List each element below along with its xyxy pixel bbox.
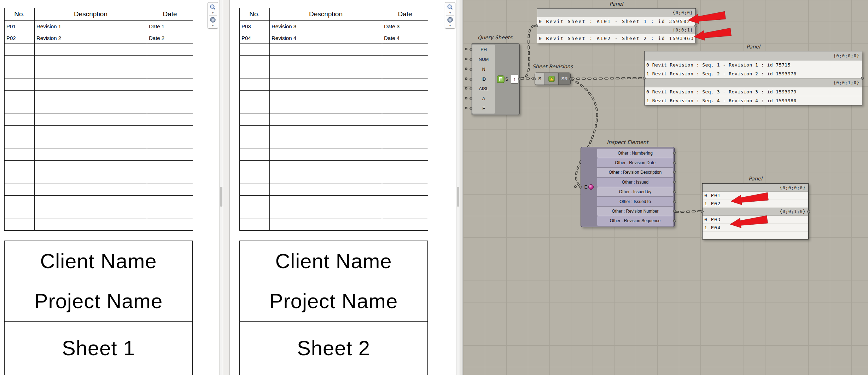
gh-panel-revision-numbers[interactable]: {0;0;0;0}0 P011 P02{0;0;1;0}0 P031 P04 — [702, 183, 809, 240]
output-param-label: Other : Revision Number — [612, 209, 658, 214]
input-param-element[interactable]: E — [581, 147, 597, 227]
input-param-label: NUM — [479, 57, 489, 62]
application-window: No.DescriptionDateP01Revision 1Date 1P02… — [0, 0, 868, 375]
gh-panel-sheets[interactable]: {0;0;0}0 Revit Sheet : A101 - Sheet 1 : … — [537, 8, 696, 43]
empty-table-row — [240, 207, 428, 219]
panel-label: Panel — [537, 1, 696, 7]
input-nub[interactable] — [470, 68, 472, 71]
wire-query-to-panel[interactable] — [521, 25, 536, 79]
component-label: Sheet Revisions — [526, 64, 579, 69]
empty-table-row — [240, 196, 428, 207]
output-param-other-revision-sequence[interactable]: Other : Revision Sequence — [597, 216, 673, 225]
table-cell — [147, 161, 193, 172]
output-param-other-revision-number[interactable]: Other : Revision Number — [597, 207, 673, 216]
window-splitter[interactable] — [223, 0, 230, 375]
table-cell — [5, 114, 35, 126]
output-nub[interactable] — [673, 190, 676, 193]
panel-output-nub[interactable] — [807, 210, 810, 213]
grasshopper-canvas[interactable]: Query Sheets Sheet Revisions Inspect Ele… — [463, 0, 868, 375]
scrollbar-thumb[interactable] — [220, 187, 222, 207]
output-nub[interactable] — [569, 77, 572, 80]
output-params-column: Other : NumberingOther : Revision DateOt… — [597, 148, 673, 226]
table-cell — [147, 114, 193, 126]
input-param-id[interactable]: ID — [472, 74, 495, 84]
output-param-other-numbering[interactable]: Other : Numbering — [597, 149, 673, 158]
input-nub[interactable] — [470, 87, 472, 90]
input-nub[interactable] — [470, 78, 472, 81]
output-param-label: Other : Revision Sequence — [610, 218, 660, 223]
table-cell — [35, 161, 147, 172]
sheet-revisions-component[interactable]: S SR — [535, 73, 571, 85]
window-splitter[interactable] — [460, 0, 463, 375]
output-param-other-revision-description[interactable]: Other : Revision Description — [597, 168, 673, 177]
output-param-sheet-revisions[interactable]: SR — [558, 73, 570, 85]
scrollbar-thumb[interactable] — [457, 187, 459, 207]
input-param-f[interactable]: F — [472, 104, 495, 114]
table-cell: Date 1 — [147, 21, 193, 32]
panel-input-nub[interactable] — [701, 210, 704, 213]
input-nub[interactable] — [470, 48, 472, 51]
input-param-n[interactable]: N — [472, 64, 495, 74]
output-param-other-issued-by[interactable]: Other : Issued by — [597, 187, 673, 196]
output-nub[interactable] — [673, 210, 676, 213]
wire-inspect-to-panel[interactable] — [676, 211, 701, 212]
empty-table-row — [240, 219, 428, 231]
input-nub[interactable] — [470, 58, 472, 61]
empty-table-row — [240, 137, 428, 149]
zoom-dropdown-caret[interactable]: ▾ — [209, 11, 217, 15]
zoom-button[interactable] — [209, 3, 217, 11]
wheel-dropdown-caret[interactable]: ▾ — [446, 24, 454, 28]
zoom-button[interactable] — [446, 3, 454, 11]
empty-table-row — [240, 149, 428, 161]
panel-output-nub[interactable] — [694, 24, 697, 27]
input-param-ph[interactable]: PH — [472, 45, 495, 54]
empty-table-row — [5, 172, 193, 184]
input-param-a[interactable]: A — [472, 94, 495, 104]
zoom-dropdown-caret[interactable]: ▾ — [446, 11, 454, 15]
output-param-other-issued[interactable]: Other : Issued — [597, 178, 673, 187]
revit-viewport-sheet-2[interactable]: No.DescriptionDateP03Revision 3Date 3P04… — [230, 0, 460, 375]
table-cell — [35, 67, 147, 79]
table-cell — [147, 149, 193, 161]
wire-hook-icon — [465, 48, 467, 50]
output-nub[interactable] — [673, 219, 676, 222]
output-param-sheets[interactable]: S — [505, 44, 508, 115]
table-cell: Revision 4 — [270, 32, 382, 44]
output-nub[interactable] — [673, 181, 676, 184]
input-nub[interactable] — [533, 77, 536, 80]
output-param-other-revision-date[interactable]: Other : Revision Date — [597, 158, 673, 167]
steering-wheel-button[interactable] — [209, 16, 217, 24]
output-nub[interactable] — [673, 200, 676, 203]
input-param-num[interactable]: NUM — [472, 54, 495, 64]
inspect-element-component[interactable]: E Other : NumberingOther : Revision Date… — [581, 147, 675, 227]
titleblock-client-box: Client Name Project Name — [4, 241, 193, 321]
table-cell — [240, 172, 270, 184]
empty-table-row — [240, 102, 428, 114]
wire-revisions-to-panel[interactable] — [571, 78, 643, 79]
column-header: Date — [382, 8, 428, 21]
gh-panel-revisions[interactable]: {0;0;0;0}0 Revit Revision : Seq. 1 - Rev… — [644, 51, 862, 105]
output-param-other-issued-to[interactable]: Other : Issued to — [597, 197, 673, 206]
input-nub[interactable] — [579, 186, 582, 189]
steering-wheel-button[interactable] — [446, 16, 454, 24]
output-nub[interactable] — [518, 77, 521, 80]
panel-input-nub[interactable] — [643, 77, 646, 80]
input-nub[interactable] — [470, 97, 472, 100]
revit-viewport-sheet-1[interactable]: No.DescriptionDateP01Revision 1Date 1P02… — [0, 0, 223, 375]
wheel-dropdown-caret[interactable]: ▾ — [209, 24, 217, 28]
revision-row: P02Revision 2Date 2 — [5, 32, 193, 44]
output-nub[interactable] — [673, 171, 676, 174]
output-nub[interactable] — [673, 152, 676, 155]
input-nub[interactable] — [470, 107, 472, 110]
input-param-aisl[interactable]: AISL — [472, 84, 495, 94]
panel-input-nub[interactable] — [535, 24, 538, 27]
output-nub[interactable] — [673, 161, 676, 164]
input-param-sheet[interactable]: S — [535, 73, 545, 85]
panel-data-row: 1 Revit Revision : Seq. 2 - Revision 2 :… — [645, 69, 862, 78]
table-cell — [382, 172, 428, 184]
query-sheets-component[interactable]: PHNUMNIDAISLAF S ↑ — [471, 43, 520, 115]
table-cell — [240, 44, 270, 56]
panel-output-nub[interactable] — [861, 77, 864, 80]
empty-table-row — [5, 196, 193, 207]
table-cell — [147, 44, 193, 56]
